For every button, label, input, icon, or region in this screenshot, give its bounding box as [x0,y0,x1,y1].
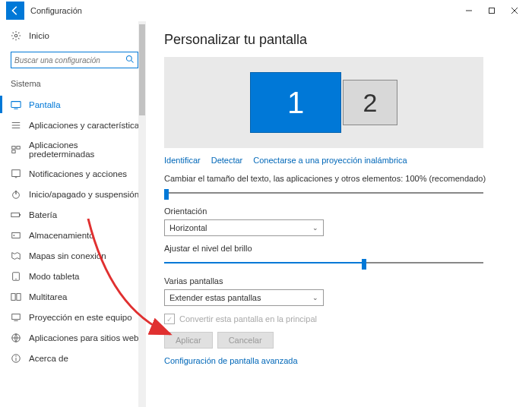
notifications-icon [11,169,21,179]
sidebar-item-projection[interactable]: Proyección en este equipo [11,307,146,327]
sidebar-item-label: Acerca de [29,354,68,363]
window-title: Configuración [30,6,458,15]
sidebar-item-label: Modo tableta [29,272,80,281]
maximize-button[interactable] [480,3,503,18]
orientation-select[interactable]: Horizontal ⌄ [164,219,324,236]
svg-rect-26 [12,314,21,319]
svg-point-5 [127,56,132,62]
svg-rect-24 [11,293,15,300]
sidebar-item-tablet[interactable]: Modo tableta [11,266,146,286]
svg-point-30 [15,355,16,356]
advanced-display-link[interactable]: Configuración de pantalla avanzada [164,356,514,365]
brightness-slider[interactable] [164,257,483,269]
link-identify[interactable]: Identificar [164,156,201,165]
sidebar-item-label: Proyección en este equipo [29,313,132,322]
svg-rect-19 [19,214,21,216]
sidebar-item-label: Aplicaciones para sitios web [29,333,138,342]
svg-point-21 [14,235,15,236]
sidebar-item-apps[interactable]: Aplicaciones y características [11,115,146,135]
make-main-display-checkbox[interactable]: ✓ [164,314,175,324]
sidebar-item-webapps[interactable]: Aplicaciones para sitios web [11,327,146,348]
search-icon [125,55,135,65]
orientation-value: Horizontal [169,223,207,232]
webapps-icon [11,333,21,343]
svg-rect-15 [12,169,21,176]
projection-icon [11,312,21,323]
sidebar-item-about[interactable]: Acerca de [11,348,146,368]
sidebar-item-label: Aplicaciones predeterminadas [29,140,146,159]
sidebar: Inicio Sistema Pantalla Aplicaciones y c… [0,21,146,407]
link-wireless-projection[interactable]: Conectarse a una proyección inalámbrica [253,156,407,165]
storage-icon [11,230,21,241]
monitor-icon [11,99,21,110]
svg-point-4 [14,34,17,37]
search-input[interactable] [14,56,125,65]
monitor-1[interactable]: 1 [250,72,341,133]
sidebar-item-pantalla[interactable]: Pantalla [11,94,146,115]
main-panel: Personalizar tu pantalla 1 2 Identificar… [146,21,532,407]
maps-icon [11,251,21,261]
brightness-label: Ajustar el nivel del brillo [164,244,514,253]
sidebar-item-label: Multitarea [29,292,68,301]
svg-rect-25 [17,293,21,300]
svg-rect-1 [489,8,495,14]
sidebar-item-maps[interactable]: Mapas sin conexión [11,245,146,266]
power-icon [11,189,21,200]
apply-button[interactable]: Aplicar [164,332,213,349]
minimize-button[interactable] [458,3,480,18]
minimize-icon [465,7,473,14]
sidebar-item-label: Batería [29,210,57,219]
svg-rect-14 [12,150,15,153]
sidebar-section-heading: Sistema [11,79,146,88]
default-apps-icon [11,144,21,155]
info-icon [11,353,21,364]
orientation-label: Orientación [164,207,514,216]
battery-icon [11,210,21,220]
sidebar-item-label: Almacenamiento [29,231,94,240]
sidebar-item-multitask[interactable]: Multitarea [11,286,146,307]
link-detect[interactable]: Detectar [211,156,243,165]
svg-rect-12 [12,146,15,149]
search-box[interactable] [11,52,138,68]
scale-slider[interactable] [164,187,483,199]
close-icon [511,7,518,14]
sidebar-home-label: Inicio [29,31,49,40]
sidebar-item-label: Inicio/apagado y suspensión [29,190,139,199]
monitor-2[interactable]: 2 [343,80,397,125]
sidebar-item-label: Pantalla [29,100,61,109]
maximize-icon [488,7,496,14]
sidebar-scrollbar[interactable] [138,21,146,407]
tablet-icon [11,271,21,282]
multitask-icon [11,292,21,302]
scrollbar-thumb[interactable] [139,24,145,115]
arrow-left-icon [10,5,21,16]
scale-label: Cambiar el tamaño del texto, las aplicac… [164,174,514,183]
svg-point-23 [15,278,16,279]
chevron-down-icon: ⌄ [312,224,318,232]
chevron-down-icon: ⌄ [312,294,318,301]
sidebar-item-battery[interactable]: Batería [11,204,146,225]
back-button[interactable] [6,2,24,20]
multi-display-value: Extender estas pantallas [169,293,261,302]
list-icon [11,120,21,131]
svg-rect-13 [17,146,20,149]
sidebar-item-label: Aplicaciones y características [29,121,144,130]
page-title: Personalizar tu pantalla [164,32,514,48]
svg-line-6 [131,61,134,63]
gear-icon [11,30,21,41]
sidebar-item-label: Mapas sin conexión [29,251,106,260]
sidebar-item-storage[interactable]: Almacenamiento [11,225,146,245]
svg-rect-7 [11,101,21,107]
sidebar-item-default-apps[interactable]: Aplicaciones predeterminadas [11,135,146,163]
svg-rect-18 [11,213,20,216]
multi-display-label: Varias pantallas [164,276,514,286]
slider-thumb[interactable] [164,189,169,200]
close-button[interactable] [503,3,526,18]
slider-thumb[interactable] [362,259,366,270]
sidebar-home[interactable]: Inicio [11,29,146,43]
sidebar-item-power[interactable]: Inicio/apagado y suspensión [11,184,146,204]
cancel-button[interactable]: Cancelar [217,332,274,349]
sidebar-item-notifications[interactable]: Notificaciones y acciones [11,163,146,184]
multi-display-select[interactable]: Extender estas pantallas ⌄ [164,289,324,306]
display-preview[interactable]: 1 2 [164,57,483,148]
